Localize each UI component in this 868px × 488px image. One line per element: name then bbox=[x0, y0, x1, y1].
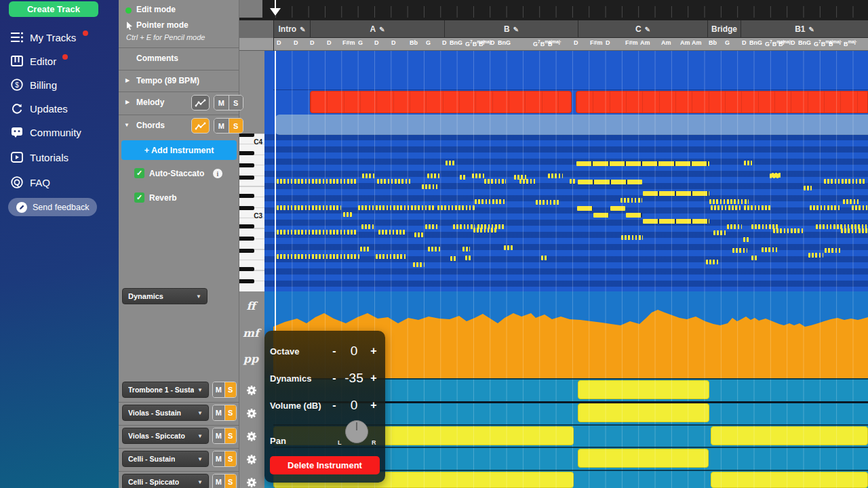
staccato-note-run[interactable] bbox=[743, 237, 749, 242]
staccato-note-run[interactable] bbox=[343, 212, 352, 217]
staccato-note-run[interactable] bbox=[473, 228, 496, 232]
melody-expand-icon[interactable]: ▶ bbox=[125, 99, 130, 105]
reverb-checkbox[interactable]: ✓ bbox=[134, 192, 144, 203]
auto-staccato-checkbox[interactable]: ✓ bbox=[134, 168, 144, 178]
staccato-note-run[interactable] bbox=[804, 186, 812, 190]
staccato-note-run[interactable] bbox=[706, 260, 718, 264]
instrument-part-region[interactable] bbox=[711, 426, 868, 445]
sidebar-item-billing[interactable]: $Billing bbox=[0, 75, 119, 95]
sidebar-item-community[interactable]: Community bbox=[0, 122, 119, 142]
black-key[interactable] bbox=[239, 267, 254, 271]
section-edit-pencil-icon[interactable]: ✎ bbox=[645, 26, 650, 33]
sidebar-item-faq[interactable]: FAQ bbox=[0, 172, 119, 192]
note-bar[interactable] bbox=[576, 161, 709, 166]
instrument-select[interactable]: Violas - Spiccato▼ bbox=[122, 428, 209, 444]
staccato-note-run[interactable] bbox=[453, 224, 475, 229]
sidebar-item-tutorials[interactable]: Tutorials bbox=[0, 147, 119, 167]
melody-mute-button[interactable]: M bbox=[214, 96, 229, 110]
instrument-mute-button[interactable]: M bbox=[213, 474, 224, 488]
staccato-note-run[interactable] bbox=[824, 179, 866, 184]
staccato-note-run[interactable] bbox=[465, 256, 471, 260]
staccato-note-run[interactable] bbox=[437, 205, 475, 210]
staccato-note-run[interactable] bbox=[541, 256, 548, 260]
staccato-note-run[interactable] bbox=[378, 230, 407, 235]
staccato-note-run[interactable] bbox=[414, 232, 425, 237]
sidebar-item-updates[interactable]: Updates bbox=[0, 98, 119, 119]
staccato-note-run[interactable] bbox=[744, 205, 771, 210]
staccato-note-run[interactable] bbox=[484, 179, 506, 184]
pan-knob[interactable] bbox=[345, 420, 368, 443]
staccato-note-run[interactable] bbox=[843, 199, 861, 204]
staccato-note-run[interactable] bbox=[277, 230, 357, 235]
staccato-note-run[interactable] bbox=[536, 200, 560, 205]
chords-automation-button[interactable] bbox=[191, 118, 210, 134]
instrument-gear-icon[interactable] bbox=[245, 476, 258, 488]
black-key[interactable] bbox=[239, 151, 254, 155]
chords-collapse-icon[interactable]: ▼ bbox=[124, 122, 130, 128]
staccato-note-run[interactable] bbox=[361, 224, 374, 229]
melody-region[interactable] bbox=[310, 91, 572, 113]
staccato-note-run[interactable] bbox=[462, 247, 470, 251]
staccato-note-run[interactable] bbox=[709, 199, 749, 204]
send-feedback-button[interactable]: Send feedback bbox=[8, 198, 97, 216]
note-bar[interactable] bbox=[610, 206, 625, 211]
create-track-button[interactable]: Create Track bbox=[9, 1, 98, 17]
tempo-expand-icon[interactable]: ▶ bbox=[125, 77, 130, 83]
dynamics-decrement-button[interactable]: - bbox=[328, 372, 340, 384]
instrument-mute-button[interactable]: M bbox=[213, 428, 224, 443]
staccato-note-run[interactable] bbox=[376, 254, 407, 259]
staccato-note-run[interactable] bbox=[810, 205, 841, 210]
section-edit-pencil-icon[interactable]: ✎ bbox=[808, 26, 814, 33]
staccato-note-run[interactable] bbox=[472, 174, 484, 178]
note-bar[interactable] bbox=[643, 191, 709, 196]
staccato-note-run[interactable] bbox=[770, 174, 781, 178]
instrument-gear-icon[interactable] bbox=[245, 384, 258, 396]
instrument-solo-button[interactable]: S bbox=[224, 382, 237, 397]
staccato-note-run[interactable] bbox=[360, 247, 370, 251]
melody-region[interactable] bbox=[576, 91, 868, 113]
instrument-select[interactable]: Trombone 1 - Susta▼ bbox=[122, 382, 209, 398]
sidebar-item-my-tracks[interactable]: My Tracks bbox=[0, 27, 119, 47]
instrument-part-region[interactable] bbox=[578, 380, 709, 399]
staccato-note-run[interactable] bbox=[744, 161, 752, 165]
sidebar-item-editor[interactable]: Editor bbox=[0, 51, 119, 71]
delete-instrument-button[interactable]: Delete Instrument bbox=[270, 456, 380, 474]
staccato-note-run[interactable] bbox=[713, 230, 727, 235]
staccato-note-run[interactable] bbox=[711, 205, 741, 210]
staccato-note-run[interactable] bbox=[422, 184, 439, 189]
instrument-part-region[interactable] bbox=[578, 403, 709, 422]
instrument-mute-button[interactable]: M bbox=[213, 451, 224, 466]
instrument-solo-button[interactable]: S bbox=[224, 451, 237, 466]
timeline-section-b[interactable]: B✎ bbox=[444, 20, 578, 38]
black-key[interactable] bbox=[239, 206, 254, 210]
staccato-note-run[interactable] bbox=[362, 174, 376, 178]
octave-decrement-button[interactable]: - bbox=[328, 345, 340, 357]
staccato-note-run[interactable] bbox=[413, 262, 425, 267]
section-edit-pencil-icon[interactable]: ✎ bbox=[513, 26, 519, 33]
instrument-gear-icon[interactable] bbox=[245, 430, 258, 443]
staccato-note-run[interactable] bbox=[852, 205, 868, 210]
note-bar[interactable] bbox=[626, 213, 642, 218]
timeline-section-a[interactable]: A✎ bbox=[310, 20, 444, 38]
black-key[interactable] bbox=[239, 163, 254, 167]
staccato-note-run[interactable] bbox=[570, 179, 575, 184]
instrument-solo-button[interactable]: S bbox=[224, 428, 237, 443]
staccato-note-run[interactable] bbox=[727, 224, 742, 229]
black-key[interactable] bbox=[239, 249, 254, 253]
instrument-select[interactable]: Celli - Sustain▼ bbox=[122, 451, 209, 467]
staccato-note-run[interactable] bbox=[808, 253, 823, 258]
instrument-mute-button[interactable]: M bbox=[213, 405, 224, 420]
note-bar[interactable] bbox=[643, 219, 709, 224]
staccato-note-run[interactable] bbox=[377, 179, 411, 184]
staccato-note-run[interactable] bbox=[773, 228, 804, 233]
staccato-note-run[interactable] bbox=[427, 174, 441, 178]
timeline-section-b1[interactable]: B1✎ bbox=[741, 20, 868, 38]
add-instrument-button[interactable]: + Add Instrument bbox=[121, 140, 237, 160]
dynamics-increment-button[interactable]: + bbox=[368, 372, 380, 384]
section-edit-pencil-icon[interactable]: ✎ bbox=[300, 26, 305, 33]
black-key[interactable] bbox=[239, 279, 254, 283]
black-key[interactable] bbox=[239, 237, 254, 241]
chords-solo-button[interactable]: S bbox=[229, 119, 243, 133]
section-edit-pencil-icon[interactable]: ✎ bbox=[379, 26, 384, 33]
chords-mute-button[interactable]: M bbox=[214, 119, 229, 133]
